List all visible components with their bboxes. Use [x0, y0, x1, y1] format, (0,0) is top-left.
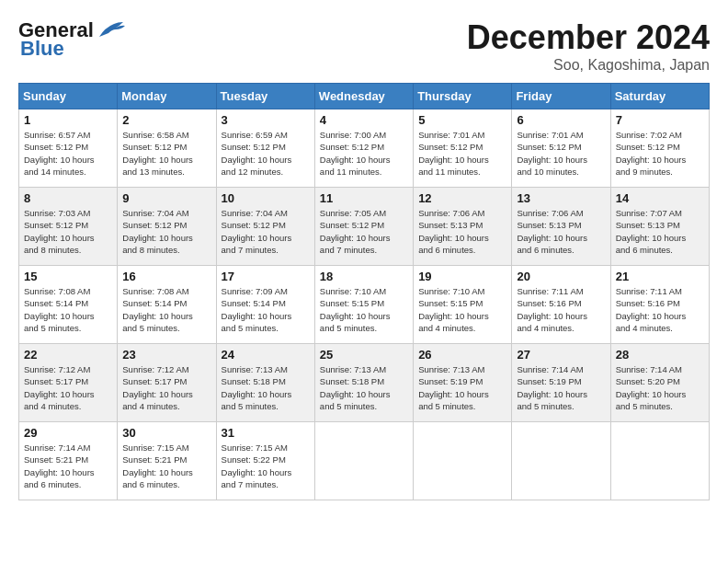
calendar-day-cell: 26Sunrise: 7:13 AM Sunset: 5:19 PM Dayli…: [414, 344, 512, 422]
day-info: Sunrise: 6:59 AM Sunset: 5:12 PM Dayligh…: [222, 129, 310, 178]
weekday-header-saturday: Saturday: [610, 84, 709, 109]
day-info: Sunrise: 7:13 AM Sunset: 5:18 PM Dayligh…: [320, 363, 408, 412]
title-area: December 2024 Soo, Kagoshima, Japan: [467, 18, 710, 74]
day-info: Sunrise: 7:06 AM Sunset: 5:13 PM Dayligh…: [517, 207, 605, 256]
day-info: Sunrise: 7:15 AM Sunset: 5:22 PM Dayligh…: [222, 442, 310, 490]
day-number: 17: [222, 270, 310, 283]
weekday-header-friday: Friday: [512, 84, 610, 109]
day-info: Sunrise: 7:13 AM Sunset: 5:19 PM Dayligh…: [418, 363, 506, 412]
day-number: 30: [122, 426, 210, 440]
day-info: Sunrise: 7:15 AM Sunset: 5:21 PM Dayligh…: [122, 442, 210, 490]
weekday-header-row: SundayMondayTuesdayWednesdayThursdayFrid…: [19, 84, 710, 109]
calendar-day-cell: 20Sunrise: 7:11 AM Sunset: 5:16 PM Dayli…: [512, 266, 610, 344]
day-number: 14: [616, 191, 704, 205]
day-info: Sunrise: 7:06 AM Sunset: 5:13 PM Dayligh…: [418, 207, 506, 256]
location: Soo, Kagoshima, Japan: [467, 57, 710, 74]
calendar-day-cell: 23Sunrise: 7:12 AM Sunset: 5:17 PM Dayli…: [118, 344, 216, 422]
calendar-day-cell: 19Sunrise: 7:10 AM Sunset: 5:15 PM Dayli…: [414, 266, 512, 344]
calendar-day-cell: 5Sunrise: 7:01 AM Sunset: 5:12 PM Daylig…: [414, 109, 512, 188]
day-info: Sunrise: 7:07 AM Sunset: 5:13 PM Dayligh…: [616, 207, 704, 256]
day-number: 31: [222, 426, 310, 440]
day-info: Sunrise: 7:12 AM Sunset: 5:17 PM Dayligh…: [24, 363, 112, 412]
calendar-day-cell: 2Sunrise: 6:58 AM Sunset: 5:12 PM Daylig…: [118, 109, 216, 188]
page-header: General Blue December 2024 Soo, Kagoshim…: [18, 18, 710, 74]
calendar-day-cell: 29Sunrise: 7:14 AM Sunset: 5:21 PM Dayli…: [19, 422, 118, 500]
day-info: Sunrise: 7:14 AM Sunset: 5:21 PM Dayligh…: [24, 442, 112, 490]
empty-cell: [414, 422, 512, 500]
weekday-header-monday: Monday: [118, 84, 216, 109]
day-info: Sunrise: 7:04 AM Sunset: 5:12 PM Dayligh…: [222, 207, 310, 256]
weekday-header-tuesday: Tuesday: [216, 84, 314, 109]
calendar-week-row: 8Sunrise: 7:03 AM Sunset: 5:12 PM Daylig…: [19, 188, 710, 266]
day-info: Sunrise: 7:02 AM Sunset: 5:12 PM Dayligh…: [616, 129, 704, 178]
day-info: Sunrise: 7:09 AM Sunset: 5:14 PM Dayligh…: [222, 285, 310, 334]
calendar-day-cell: 13Sunrise: 7:06 AM Sunset: 5:13 PM Dayli…: [512, 188, 610, 266]
day-info: Sunrise: 7:14 AM Sunset: 5:19 PM Dayligh…: [517, 363, 605, 412]
logo-text-blue: Blue: [20, 37, 64, 61]
calendar-day-cell: 28Sunrise: 7:14 AM Sunset: 5:20 PM Dayli…: [610, 344, 709, 422]
day-number: 2: [122, 113, 210, 127]
day-number: 15: [24, 270, 112, 283]
empty-cell: [314, 422, 413, 500]
calendar-day-cell: 6Sunrise: 7:01 AM Sunset: 5:12 PM Daylig…: [512, 109, 610, 188]
day-info: Sunrise: 7:10 AM Sunset: 5:15 PM Dayligh…: [418, 285, 506, 334]
calendar-day-cell: 14Sunrise: 7:07 AM Sunset: 5:13 PM Dayli…: [610, 188, 709, 266]
day-number: 28: [616, 348, 704, 362]
day-number: 4: [320, 113, 408, 127]
day-number: 27: [517, 348, 605, 362]
calendar-day-cell: 10Sunrise: 7:04 AM Sunset: 5:12 PM Dayli…: [216, 188, 314, 266]
day-number: 12: [418, 191, 506, 205]
weekday-header-wednesday: Wednesday: [314, 84, 413, 109]
day-info: Sunrise: 7:11 AM Sunset: 5:16 PM Dayligh…: [616, 285, 704, 334]
calendar-day-cell: 30Sunrise: 7:15 AM Sunset: 5:21 PM Dayli…: [118, 422, 216, 500]
calendar-day-cell: 18Sunrise: 7:10 AM Sunset: 5:15 PM Dayli…: [314, 266, 413, 344]
day-number: 25: [320, 348, 408, 362]
weekday-header-sunday: Sunday: [19, 84, 118, 109]
logo: General Blue: [18, 18, 125, 61]
month-title: December 2024: [467, 18, 710, 57]
day-number: 22: [24, 348, 112, 362]
day-info: Sunrise: 7:01 AM Sunset: 5:12 PM Dayligh…: [418, 129, 506, 178]
day-number: 19: [418, 270, 506, 283]
calendar-day-cell: 22Sunrise: 7:12 AM Sunset: 5:17 PM Dayli…: [19, 344, 118, 422]
calendar-week-row: 15Sunrise: 7:08 AM Sunset: 5:14 PM Dayli…: [19, 266, 710, 344]
calendar-day-cell: 7Sunrise: 7:02 AM Sunset: 5:12 PM Daylig…: [610, 109, 709, 188]
calendar-day-cell: 16Sunrise: 7:08 AM Sunset: 5:14 PM Dayli…: [118, 266, 216, 344]
calendar-day-cell: 8Sunrise: 7:03 AM Sunset: 5:12 PM Daylig…: [19, 188, 118, 266]
day-info: Sunrise: 7:11 AM Sunset: 5:16 PM Dayligh…: [517, 285, 605, 334]
calendar-day-cell: 4Sunrise: 7:00 AM Sunset: 5:12 PM Daylig…: [314, 109, 413, 188]
empty-cell: [610, 422, 709, 500]
day-number: 5: [418, 113, 506, 127]
day-info: Sunrise: 7:14 AM Sunset: 5:20 PM Dayligh…: [616, 363, 704, 412]
calendar-day-cell: 1Sunrise: 6:57 AM Sunset: 5:12 PM Daylig…: [19, 109, 118, 188]
day-info: Sunrise: 7:00 AM Sunset: 5:12 PM Dayligh…: [320, 129, 408, 178]
empty-cell: [512, 422, 610, 500]
day-info: Sunrise: 7:10 AM Sunset: 5:15 PM Dayligh…: [320, 285, 408, 334]
day-info: Sunrise: 7:08 AM Sunset: 5:14 PM Dayligh…: [24, 285, 112, 334]
day-info: Sunrise: 7:01 AM Sunset: 5:12 PM Dayligh…: [517, 129, 605, 178]
calendar-week-row: 22Sunrise: 7:12 AM Sunset: 5:17 PM Dayli…: [19, 344, 710, 422]
day-info: Sunrise: 7:05 AM Sunset: 5:12 PM Dayligh…: [320, 207, 408, 256]
calendar-day-cell: 27Sunrise: 7:14 AM Sunset: 5:19 PM Dayli…: [512, 344, 610, 422]
calendar-day-cell: 11Sunrise: 7:05 AM Sunset: 5:12 PM Dayli…: [314, 188, 413, 266]
day-number: 18: [320, 270, 408, 283]
day-number: 16: [122, 270, 210, 283]
day-number: 29: [24, 426, 112, 440]
day-number: 6: [517, 113, 605, 127]
day-number: 20: [517, 270, 605, 283]
logo-bird-icon: [96, 20, 125, 40]
day-number: 10: [222, 191, 310, 205]
calendar-week-row: 29Sunrise: 7:14 AM Sunset: 5:21 PM Dayli…: [19, 422, 710, 500]
day-info: Sunrise: 6:57 AM Sunset: 5:12 PM Dayligh…: [24, 129, 112, 178]
weekday-header-thursday: Thursday: [414, 84, 512, 109]
day-number: 9: [122, 191, 210, 205]
day-number: 21: [616, 270, 704, 283]
calendar-day-cell: 31Sunrise: 7:15 AM Sunset: 5:22 PM Dayli…: [216, 422, 314, 500]
day-number: 13: [517, 191, 605, 205]
calendar-week-row: 1Sunrise: 6:57 AM Sunset: 5:12 PM Daylig…: [19, 109, 710, 188]
day-number: 26: [418, 348, 506, 362]
calendar-day-cell: 9Sunrise: 7:04 AM Sunset: 5:12 PM Daylig…: [118, 188, 216, 266]
day-number: 7: [616, 113, 704, 127]
day-number: 3: [222, 113, 310, 127]
day-info: Sunrise: 7:13 AM Sunset: 5:18 PM Dayligh…: [222, 363, 310, 412]
